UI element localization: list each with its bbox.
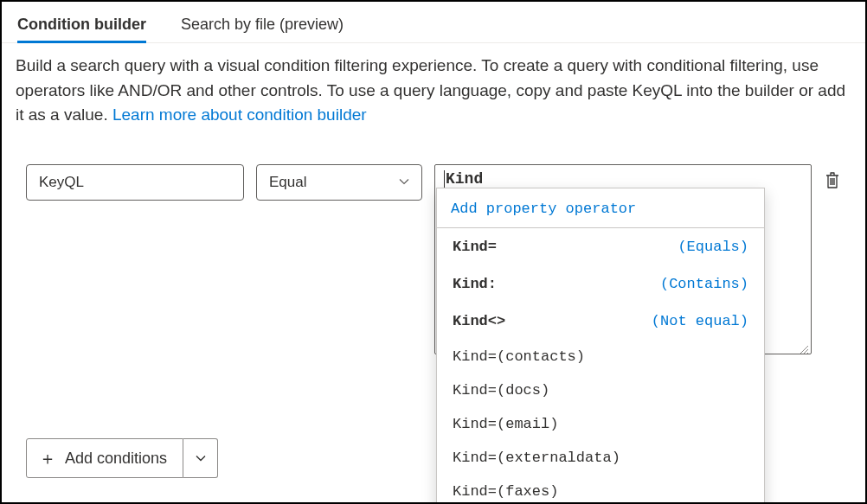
dropdown-operator-item[interactable]: Kind<> (Not equal): [437, 303, 764, 340]
add-conditions-button[interactable]: ＋ Add conditions: [26, 438, 183, 478]
bottom-toolbar: ＋ Add conditions: [26, 438, 218, 478]
dropdown-value-item[interactable]: Kind=(externaldata): [437, 441, 764, 475]
operator-select[interactable]: Equal: [256, 164, 422, 201]
tab-condition-builder[interactable]: Condition builder: [17, 10, 146, 42]
add-conditions-menu-button[interactable]: [183, 438, 218, 478]
operator-key: Kind:: [453, 276, 497, 292]
dropdown-value-item[interactable]: Kind=(faxes): [437, 475, 764, 504]
dropdown-header: Add property operator: [437, 188, 764, 228]
operator-label: (Equals): [678, 239, 748, 255]
dropdown-operator-item[interactable]: Kind: (Contains): [437, 265, 764, 303]
field-input[interactable]: KeyQL: [26, 164, 244, 201]
delete-icon[interactable]: [824, 164, 841, 193]
svg-line-0: [800, 346, 808, 354]
dropdown-value-item[interactable]: Kind=(email): [437, 407, 764, 441]
svg-line-2: [807, 353, 808, 354]
tab-bar: Condition builder Search by file (previe…: [2, 2, 865, 43]
operator-key: Kind<>: [453, 313, 505, 329]
description-text: Build a search query with a visual condi…: [2, 43, 865, 137]
tab-search-by-file[interactable]: Search by file (preview): [181, 10, 344, 42]
dropdown-value-item[interactable]: Kind=(docs): [437, 373, 764, 407]
add-conditions-label: Add conditions: [65, 450, 167, 468]
learn-more-link[interactable]: Learn more about condition builder: [112, 105, 367, 124]
autocomplete-dropdown: Add property operator Kind= (Equals) Kin…: [436, 188, 765, 504]
operator-label: (Not equal): [652, 313, 748, 329]
operator-key: Kind=: [453, 239, 497, 255]
field-input-value: KeyQL: [39, 174, 84, 191]
resize-handle-icon[interactable]: [799, 341, 809, 352]
value-text: Kind: [446, 170, 483, 188]
dropdown-operator-item[interactable]: Kind= (Equals): [437, 228, 764, 265]
operator-select-value: Equal: [269, 174, 306, 191]
chevron-down-icon: [399, 174, 409, 191]
plus-icon: ＋: [39, 447, 56, 470]
chevron-down-icon: [196, 451, 206, 466]
dropdown-value-item[interactable]: Kind=(contacts): [437, 340, 764, 373]
operator-label: (Contains): [660, 276, 748, 292]
